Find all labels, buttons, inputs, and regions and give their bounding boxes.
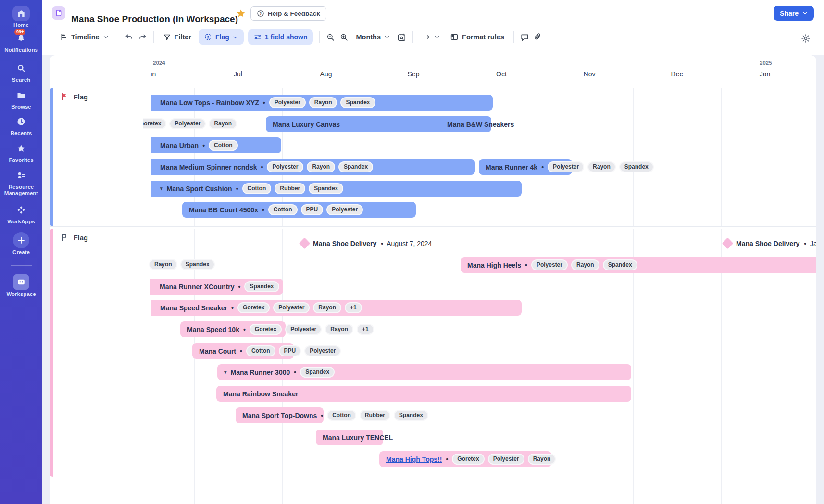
month-label: Jun: [151, 70, 156, 78]
month-label: Oct: [496, 70, 507, 78]
timeline-record-bar[interactable]: Mana High Tops!!•GoretexPolyesterRayon: [379, 451, 551, 467]
milestone-label: Mana Shoe Delivery: [313, 240, 376, 247]
settings-gear-icon[interactable]: [801, 34, 811, 43]
record-name: Mana Runner 4k: [486, 163, 537, 171]
timeline-record-bar[interactable]: Mana B&W Sneakers: [440, 116, 491, 132]
milestone[interactable]: Mana Shoe Delivery• August 7, 2024: [300, 239, 432, 247]
dot-separator: •: [525, 261, 527, 269]
timeline-view-button[interactable]: Timeline: [56, 31, 112, 43]
record-name: Mana Speed Sneaker: [160, 304, 227, 312]
zoom-out-icon[interactable]: [326, 33, 335, 42]
milestone-diamond-icon: [299, 237, 310, 249]
timeline-view-icon: [59, 33, 68, 41]
redo-icon[interactable]: [138, 33, 147, 42]
year-label: 2024: [153, 60, 165, 66]
dot-separator: •: [236, 185, 238, 193]
dot-separator: •: [238, 283, 241, 291]
timeline-record-bar[interactable]: Mana Medium Spinner ncndsk•PolyesterRayo…: [151, 159, 475, 175]
dot-separator: •: [321, 412, 323, 419]
timeline-record-bar[interactable]: Mana Low Tops - Rainbow XYZ•PolyesterRay…: [151, 95, 493, 111]
record-name: Mana Low Tops - Rainbow XYZ: [160, 99, 259, 107]
material-chip: Rayon: [309, 97, 337, 108]
dot-separator: •: [446, 455, 448, 463]
month-gridline: [721, 88, 722, 226]
record-name: Mana Rainbow Sneaker: [223, 390, 298, 398]
material-chip: Spandex: [244, 281, 279, 292]
timeline-record-bar[interactable]: Mana Speed Sneaker•GoretexPolyesterRayon…: [151, 300, 522, 316]
timeline-record-bar[interactable]: Mana Runner XCountry•Spandex: [150, 279, 283, 295]
material-chip: Rayon: [325, 324, 353, 335]
sidebar-item-favorites[interactable]: Favorites: [0, 141, 42, 163]
zoom-scale-button[interactable]: Months: [353, 31, 393, 43]
toolbar-divider: [319, 31, 320, 43]
share-button[interactable]: Share: [774, 6, 814, 21]
undo-icon[interactable]: [125, 33, 134, 42]
timeline-record-bar[interactable]: ▾Mana Runner 3000•Spandex: [217, 364, 631, 380]
timeline-record-bar[interactable]: Mana Court•CottonPPUPolyester: [192, 343, 294, 359]
fields-shown-button[interactable]: 1 field shown: [248, 29, 313, 45]
timeline-record-bar[interactable]: Mana Runner 4k•PolyesterRayonSpandex: [479, 159, 572, 175]
folder-icon: [12, 87, 30, 103]
record-name: Mana Urban: [160, 142, 199, 149]
sidebar-item-browse[interactable]: Browse: [0, 87, 42, 110]
filter-funnel-icon: [163, 33, 171, 41]
page-title: Mana Shoe Production (in Workspace): [71, 14, 238, 25]
material-chip: Rayon: [149, 259, 177, 270]
material-chip: Polyester: [326, 204, 363, 215]
base-icon[interactable]: [52, 6, 65, 20]
collapse-caret-icon[interactable]: ▾: [224, 369, 227, 375]
help-feedback-button[interactable]: ? Help & Feedback: [250, 6, 326, 21]
timeline-card: 20242025JunJulAugSepOctNovDecJan FlagGor…: [50, 55, 816, 504]
record-name: Mana Sport Cushion: [167, 185, 232, 193]
timeline-record-bar[interactable]: Mana Speed 10k•GoretexPolyesterRayon+1: [180, 321, 286, 337]
row-settings-button[interactable]: [419, 31, 443, 43]
format-rules-button[interactable]: Format rules: [447, 31, 507, 43]
sidebar-item-create[interactable]: Create: [0, 232, 42, 256]
favorite-star-icon[interactable]: [236, 8, 246, 19]
toolbar-divider: [513, 31, 514, 43]
chevron-down-icon: [384, 34, 390, 40]
attachment-icon[interactable]: [534, 33, 542, 41]
dot-separator: •: [243, 326, 246, 333]
sidebar-item-workapps[interactable]: WorkApps: [0, 202, 42, 225]
material-chip: Spandex: [309, 183, 343, 194]
chevron-down-icon: [103, 34, 109, 40]
group-header: Flag: [61, 93, 88, 101]
sidebar-item-recents[interactable]: Recents: [0, 114, 42, 136]
material-chip: Polyester: [169, 118, 206, 129]
timeline-record-bar[interactable]: Mana Luxury Canvas: [266, 116, 450, 132]
svg-text:?: ?: [260, 12, 262, 16]
material-chip: Rubber: [275, 183, 305, 194]
timeline-record-bar[interactable]: Mana Sport Top-Downs•CottonRubberSpandex: [236, 407, 324, 423]
record-chips-spill[interactable]: GoretexPolyesterRayon: [143, 118, 242, 129]
sidebar-item-resource-management[interactable]: Resource Management: [0, 168, 42, 197]
material-chip: Rubber: [360, 410, 390, 421]
material-chip: Spandex: [338, 161, 373, 172]
star-icon: [12, 141, 30, 156]
timeline-record-bar[interactable]: Mana Urban•Cotton: [151, 137, 281, 153]
material-chip: Polyester: [267, 161, 303, 172]
timeline-record-bar[interactable]: Mana Rainbow Sneaker: [216, 386, 631, 402]
collapse-caret-icon[interactable]: ▾: [160, 185, 163, 192]
record-chips-spill[interactable]: RayonSpandex: [149, 259, 215, 270]
timeline-record-bar[interactable]: Mana BB Court 4500x•CottonPPUPolyester: [182, 202, 416, 218]
chevron-down-icon: [233, 35, 238, 40]
filter-button[interactable]: Filter: [160, 31, 194, 43]
toolbar-divider: [412, 31, 413, 43]
timeline-record-bar[interactable]: Mana High Heels•PolyesterRayonSpandex: [461, 257, 816, 273]
sidebar-item-workspace[interactable]: Workspace: [0, 274, 42, 297]
milestone[interactable]: Mana Shoe Delivery• Jan: [724, 239, 816, 247]
group-by-flag-button[interactable]: Flag: [199, 29, 244, 45]
sidebar-item-notifications[interactable]: 99+ Notifications: [0, 31, 42, 53]
zoom-in-icon[interactable]: [339, 33, 349, 42]
dot-separator: •: [262, 206, 264, 214]
record-name: Mana Runner 3000: [231, 369, 290, 376]
record-name: Mana Medium Spinner ncndsk: [160, 163, 257, 171]
date-find-icon[interactable]: [397, 33, 406, 42]
timeline-record-bar[interactable]: Mana Luxury TENCEL: [316, 430, 383, 445]
sidebar-item-search[interactable]: Search: [0, 61, 42, 83]
timeline-record-bar[interactable]: ▾Mana Sport Cushion•CottonRubberSpandex: [151, 181, 522, 197]
comment-icon[interactable]: [520, 33, 529, 42]
record-name: Mana Sport Top-Downs: [242, 412, 317, 419]
sidebar-item-home[interactable]: Home: [0, 6, 42, 28]
